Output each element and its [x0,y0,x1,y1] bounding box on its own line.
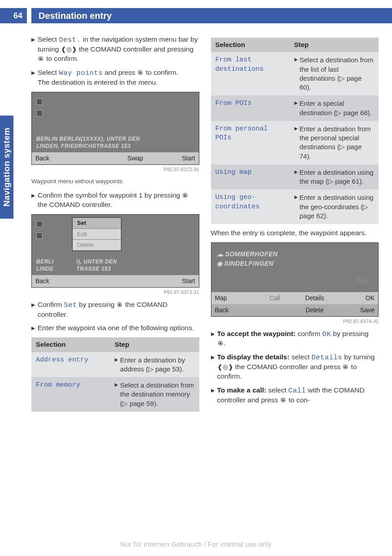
ui-term-call: Call [289,387,306,395]
instruction-step: ▶ Select Way points and press ֎ to confi… [31,68,199,87]
instruction-step: ▶ To make a call: select Call with the C… [211,386,379,405]
cell-selection: From memory [31,377,110,412]
shot-softkey-bar: Back Start [32,275,199,287]
softkey-back: Back [35,277,75,285]
softkey-ok: OK [335,294,375,302]
page-number: 64 [0,8,27,23]
screenshot-id: P82.87-6374-31 [211,318,379,325]
table-header-row: Selection Step [31,337,199,352]
step-text: Select Way points and press ֎ to confirm… [38,68,199,87]
press-icon: ֎ [116,301,123,308]
table-row: Using map▶Enter a destination using the … [211,164,379,190]
instruction-step: ▶ Enter the waypoint via one of the foll… [31,323,199,333]
softkey-start: Start [155,154,195,163]
step-text: Confirm the symbol for waypoint 1 by pre… [38,191,199,210]
shot-address-line: LINDEN, FRIEDRICHSTRASSE 153 [36,142,194,150]
shot-address-line: BERLIXXXXXXI), UNTER DEN [36,258,194,265]
ui-term-ok: OK [322,330,331,338]
step-arrow-icon: ▶ [211,329,217,349]
step-text: To accept the waypoint: confirm OK by pr… [217,329,379,349]
col-step: Step [290,38,379,52]
softkey-blank [75,154,115,163]
step-arrow-icon: ▶ [31,300,38,319]
cell-step: ▶Enter a destination by address (▷ page … [110,352,199,378]
instruction-step: ▶ Confirm Set by pressing ֎ the COMAND c… [31,300,199,319]
softkey-back: Back [35,154,75,163]
page-title: Destination entry [31,8,392,23]
instruction-step: ▶ To display the details: select Details… [211,353,379,381]
table-row: From POIs▶Enter a special destination (▷… [211,95,379,121]
shot-address-line: LINDEXXXXXXTRASSE 153 [36,265,194,272]
popup-item-delete: Delete [73,240,121,250]
softkey-call: Call [255,294,295,302]
step-text: Select Dest. in the navigation system me… [38,35,199,64]
softkey-save: Save [335,306,375,315]
instruction-step: ▶ Confirm the symbol for waypoint 1 by p… [31,191,199,210]
press-icon: ֎ [280,397,287,404]
shot-softkey-bar: Map Call Details OK [211,292,379,304]
press-icon: ֎ [342,363,349,371]
flag-icon [36,99,43,105]
ui-term-dest: Dest. [59,36,81,44]
screenshot-caption: Waypoint menu without waypoints [31,177,199,185]
compass-ne: NE [356,274,370,288]
cell-step: ▶Select a destination from the destinati… [110,377,199,412]
popup-item-set: Set [73,218,121,229]
step-arrow-icon: ▶ [211,386,217,405]
softkey-swap: Swap [115,154,155,163]
section-tab: Navigation system [0,116,13,219]
step-arrow-icon: ▶ [31,323,38,333]
step-arrow-icon: ▶ [211,353,217,381]
header-band: 64 Destination entry [0,8,392,23]
cell-selection: Address entry [31,352,110,378]
col-step: Step [110,337,199,352]
softkey-map: Map [215,294,255,302]
step-arrow-icon: ▶ [31,191,38,210]
press-icon: ֎ [137,69,144,76]
content-area: ▶ Select Dest. in the navigation system … [31,35,379,529]
col-selection: Selection [211,38,290,52]
table-row: Address entry ▶Enter a destination by ad… [31,352,199,378]
shot-address-line: BERLIN BERLIN(1XXXX), UNTER DEN [36,135,194,142]
shot-place-line: ◉ SINDELFINGEN [217,259,373,268]
press-icon: ֎ [217,340,224,347]
softkey-delete: Delete [295,306,335,315]
table-header-row: Selection Step [211,38,379,52]
step-text: To display the details: select Details b… [217,353,379,381]
table-row: From personal POIs▶Enter a destination f… [211,121,379,164]
flag-icon [36,233,43,239]
softkey-back: Back [215,306,255,315]
table-row: From last destinations▶Select a destinat… [211,52,379,95]
table-row: From memory ▶Select a destination from t… [31,377,199,412]
ui-term-details: Details [311,353,342,362]
flag-icon [36,221,43,227]
press-icon: ֎ [182,192,189,199]
popup-item-edit: Edit [73,229,121,240]
paragraph: When the entry is complete, the waypoint… [211,228,379,238]
selection-table-1: Selection Step Address entry ▶Enter a de… [31,337,199,412]
instruction-step: ▶ Select Dest. in the navigation system … [31,35,199,64]
flag-icon [36,110,43,116]
ui-term-set: Set [64,301,77,309]
screenshot-id: P82.87-6373-31 [31,289,199,296]
softkey-start: Start [155,277,195,285]
step-text: Enter the waypoint via one of the follow… [38,323,199,333]
step-text: Confirm Set by pressing ֎ the COMAND con… [38,300,199,319]
waypoint-screenshot-1: BERLIN BERLIN(1XXXX), UNTER DEN LINDEN, … [31,92,199,165]
waypoint-screenshot-3: ☁ SOMMERHOFEN ◉ SINDELFINGEN NE Map Call… [211,242,379,317]
turn-icon: ❰◎❱ [217,363,233,371]
softkey-details: Details [295,294,335,302]
shot-softkey-bar-2: Back Delete Save [211,304,379,316]
table-row: Using geo-coordinates▶Enter a destinatio… [211,190,379,224]
press-icon: ֎ [38,55,44,62]
instruction-step: ▶ To accept the waypoint: confirm OK by … [211,329,379,349]
shot-softkey-bar: Back Swap Start [32,152,199,164]
turn-icon: ❰◎❱ [61,46,77,53]
step-text: To make a call: select Call with the COM… [217,386,379,405]
ui-term-waypoints: Way points [59,69,103,77]
step-arrow-icon: ▶ [31,68,38,87]
selection-table-2: Selection Step From last destinations▶Se… [211,38,379,224]
screenshot-id: P82.87-6372-31 [31,166,199,173]
step-arrow-icon: ▶ [31,35,38,64]
footer-watermark: Nur für internen Gebrauch / For internal… [0,540,392,548]
